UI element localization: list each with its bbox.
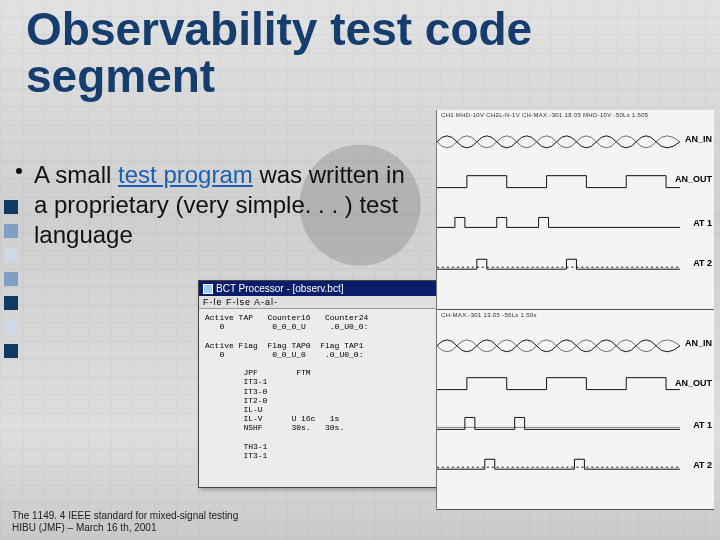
page-title: Observability test code segment <box>26 6 700 100</box>
scope-traces-bottom <box>437 310 680 509</box>
bullet-pre: A small <box>34 161 118 188</box>
bullet-dot <box>16 168 22 174</box>
label-at2: AT 2 <box>693 258 712 268</box>
decorative-squares <box>4 200 18 358</box>
oscilloscope: CH1 MHD-10V CH2L-N-1V CH-MAX.-301 18.05 … <box>436 110 714 510</box>
label2-at1: AT 1 <box>693 420 712 430</box>
bct-body: Active TAP Counter16 Counter24 0 0_0_0_U… <box>199 309 437 464</box>
bullet-text: A small test program was written in a pr… <box>34 160 414 250</box>
footer-line2: HIBU (JMF) – March 16 th, 2001 <box>12 522 238 534</box>
footer-line1: The 1149. 4 IEEE standard for mixed-sign… <box>12 510 238 522</box>
label2-at2: AT 2 <box>693 460 712 470</box>
scope-top: CH1 MHD-10V CH2L-N-1V CH-MAX.-301 18.05 … <box>437 110 714 310</box>
bct-titlebar[interactable]: BCT Processor - [observ.bct] <box>199 281 437 296</box>
bct-menu[interactable]: F-le F-lse A-al- <box>199 296 437 309</box>
label2-an-out: AN_OUT <box>675 378 712 388</box>
label-an-in: AN_IN <box>685 134 712 144</box>
footer: The 1149. 4 IEEE standard for mixed-sign… <box>12 510 238 534</box>
bct-app-icon <box>203 284 213 294</box>
label-an-out: AN_OUT <box>675 174 712 184</box>
test-program-link[interactable]: test program <box>118 161 253 188</box>
label-at1: AT 1 <box>693 218 712 228</box>
bct-title: BCT Processor - [observ.bct] <box>216 283 343 294</box>
scope-bottom: CH-MAX.-301 13.05 -50Ls 1.50s AN_IN AN_O… <box>437 310 714 510</box>
scope-traces-top <box>437 110 680 309</box>
slide: Observability test code segment A small … <box>0 0 720 540</box>
label2-an-in: AN_IN <box>685 338 712 348</box>
bct-window[interactable]: BCT Processor - [observ.bct] F-le F-lse … <box>198 280 438 488</box>
